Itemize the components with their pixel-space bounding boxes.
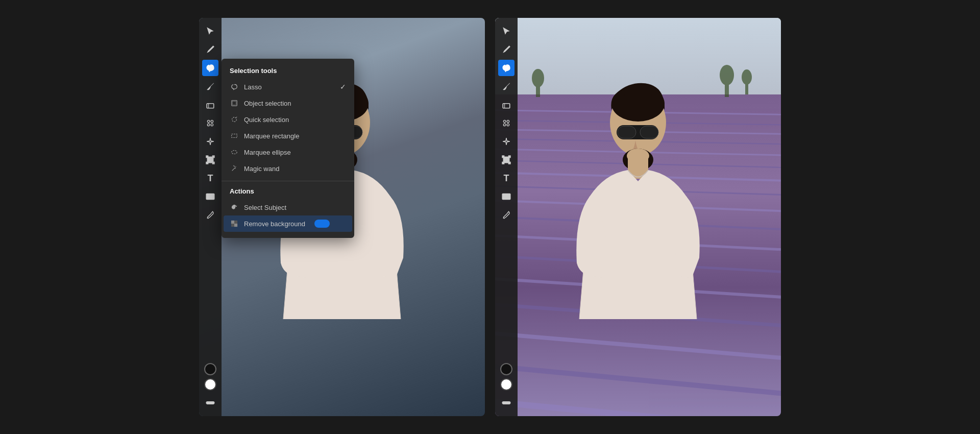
menu-selection-title: Selection tools <box>222 65 354 79</box>
left-toolbar: T <box>199 18 222 416</box>
menu-item-quick-selection[interactable]: Quick selection <box>222 111 354 128</box>
selection-tools-menu: Selection tools Lasso ✓ Object selection <box>222 59 354 238</box>
svg-rect-28 <box>234 221 237 224</box>
magic-wand-menu-icon <box>230 164 239 173</box>
svg-rect-8 <box>207 104 214 108</box>
adjust-tool-btn[interactable] <box>202 395 218 411</box>
menu-item-select-subject[interactable]: Select Subject <box>222 199 354 215</box>
right-transform-tool-btn[interactable] <box>498 152 514 168</box>
svg-point-51 <box>532 69 544 87</box>
text-tool-btn[interactable]: T <box>202 170 218 186</box>
svg-point-9 <box>207 120 210 123</box>
svg-rect-70 <box>502 156 504 157</box>
svg-rect-17 <box>213 162 214 164</box>
select-subject-menu-label: Select Subject <box>244 204 286 211</box>
remove-bg-menu-icon <box>230 219 239 228</box>
left-panel: T Selection tools <box>199 18 485 416</box>
right-eraser-tool-btn[interactable] <box>498 97 514 113</box>
svg-rect-64 <box>503 104 510 108</box>
background-color[interactable] <box>204 378 216 391</box>
right-text-tool-btn[interactable]: T <box>498 170 514 186</box>
svg-rect-30 <box>234 224 237 227</box>
svg-rect-27 <box>231 221 234 224</box>
right-clone-tool-btn[interactable] <box>498 115 514 131</box>
right-background-color[interactable] <box>500 378 512 391</box>
right-brush-tool-btn[interactable] <box>498 78 514 94</box>
pen-tool-btn[interactable] <box>202 41 218 58</box>
menu-item-marquee-ellipse[interactable]: Marquee ellipse <box>222 144 354 160</box>
svg-point-19 <box>208 195 209 196</box>
menu-item-object-selection[interactable]: Object selection <box>222 95 354 111</box>
quick-selection-menu-icon <box>230 115 239 124</box>
right-eyedropper-tool-btn[interactable] <box>498 207 514 223</box>
menu-actions-title: Actions <box>222 185 354 199</box>
svg-point-68 <box>507 124 509 126</box>
right-heal-tool-btn[interactable] <box>498 133 514 150</box>
object-selection-menu-label: Object selection <box>244 100 291 107</box>
svg-rect-15 <box>213 156 214 157</box>
menu-separator <box>222 181 354 181</box>
lasso-checkmark: ✓ <box>340 83 346 91</box>
svg-rect-71 <box>509 156 510 157</box>
svg-point-65 <box>503 120 506 123</box>
svg-point-24 <box>232 117 237 122</box>
marquee-rect-menu-icon <box>230 131 239 140</box>
right-panel: T <box>495 18 781 416</box>
right-lasso-tool-btn[interactable] <box>498 60 514 76</box>
right-adjust-tool-btn[interactable] <box>498 395 514 411</box>
svg-rect-73 <box>509 162 510 164</box>
lasso-menu-label: Lasso <box>244 83 262 91</box>
marquee-ellipse-menu-label: Marquee ellipse <box>244 149 291 156</box>
menu-item-magic-wand[interactable]: Magic wand <box>222 160 354 177</box>
heal-tool-btn[interactable] <box>202 133 218 150</box>
svg-rect-25 <box>232 134 237 138</box>
right-toolbar: T <box>495 18 518 416</box>
lasso-menu-icon <box>230 82 239 91</box>
menu-item-marquee-rect[interactable]: Marquee rectangle <box>222 128 354 144</box>
svg-rect-29 <box>231 224 234 227</box>
svg-rect-16 <box>206 162 208 164</box>
svg-point-66 <box>507 120 509 123</box>
lasso-tool-btn[interactable] <box>202 60 218 76</box>
transform-tool-btn[interactable] <box>202 152 218 168</box>
remove-bg-toggle[interactable] <box>314 220 330 228</box>
text-icon: T <box>208 173 213 184</box>
select-tool-btn[interactable] <box>202 23 218 39</box>
svg-point-26 <box>232 151 237 154</box>
svg-point-10 <box>211 120 213 123</box>
main-container: T Selection tools <box>0 0 980 434</box>
svg-point-11 <box>207 124 210 126</box>
eraser-tool-btn[interactable] <box>202 97 218 113</box>
marquee-ellipse-menu-icon <box>230 148 239 157</box>
menu-item-remove-background[interactable]: Remove background <box>224 215 352 232</box>
right-foreground-color[interactable] <box>500 363 512 375</box>
remove-background-menu-label: Remove background <box>244 220 305 228</box>
menu-item-lasso[interactable]: Lasso ✓ <box>222 79 354 95</box>
image-tool-btn[interactable] <box>202 188 218 205</box>
svg-rect-14 <box>206 156 208 157</box>
quick-selection-menu-label: Quick selection <box>244 116 289 124</box>
select-subject-menu-icon <box>230 203 239 212</box>
eyedropper-tool-btn[interactable] <box>202 207 218 223</box>
svg-point-53 <box>720 65 734 85</box>
right-image-tool-btn[interactable] <box>498 188 514 205</box>
svg-rect-23 <box>233 102 236 105</box>
right-pen-tool-btn[interactable] <box>498 41 514 58</box>
svg-point-75 <box>504 195 505 196</box>
foreground-color[interactable] <box>204 363 216 375</box>
person-right <box>564 74 712 416</box>
svg-point-67 <box>503 124 506 126</box>
svg-point-12 <box>211 124 213 126</box>
right-text-icon: T <box>504 173 509 184</box>
svg-rect-59 <box>618 126 636 138</box>
right-select-tool-btn[interactable] <box>498 23 514 39</box>
svg-rect-60 <box>640 126 658 138</box>
object-selection-menu-icon <box>230 99 239 108</box>
brush-tool-btn[interactable] <box>202 78 218 94</box>
svg-point-55 <box>742 69 752 85</box>
clone-tool-btn[interactable] <box>202 115 218 131</box>
magic-wand-menu-label: Magic wand <box>244 165 279 173</box>
svg-rect-72 <box>502 162 504 164</box>
marquee-rect-menu-label: Marquee rectangle <box>244 132 299 140</box>
